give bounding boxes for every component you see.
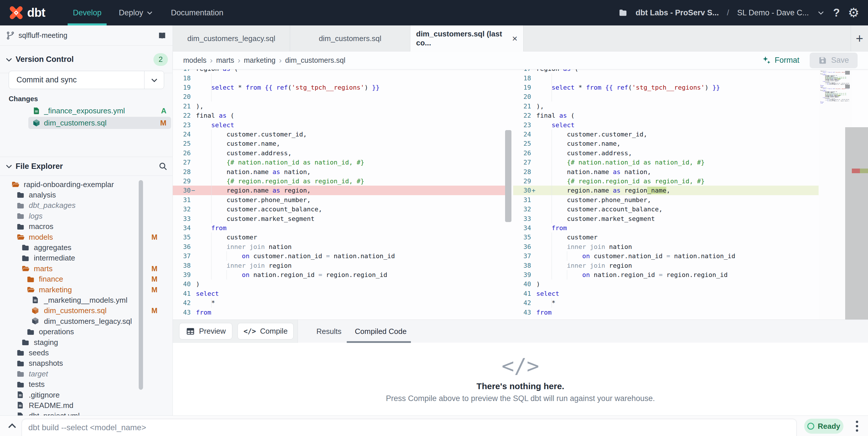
diff-pane-original[interactable]: 17region as (1819 select * from {{ ref('… xyxy=(173,69,505,319)
gear-icon[interactable]: ⚙ xyxy=(848,6,859,19)
commit-options-chevron[interactable] xyxy=(144,71,164,89)
folder-icon xyxy=(16,191,25,199)
tree-item-dbt-packages[interactable]: dbt_packages xyxy=(0,200,173,211)
tab-results[interactable]: Results xyxy=(316,320,342,343)
tab-dim-customers-legacy[interactable]: dim_customers_legacy.sql xyxy=(173,25,290,52)
left-pane-scrollbar[interactable] xyxy=(505,130,512,222)
code-line-29: 29 {# region.region_id as region_id, #} xyxy=(513,176,818,186)
breadcrumb-marketing[interactable]: marketing xyxy=(244,56,276,64)
breadcrumb-file[interactable]: dim_customers.sql xyxy=(285,56,345,64)
tree-item-snapshots[interactable]: snapshots xyxy=(0,358,173,369)
close-icon[interactable]: × xyxy=(512,33,518,44)
code-line-39: 39 on nation.region_id = region.region_i… xyxy=(173,270,505,280)
code-line-27: 27 {# nation.nation_id as nation_id, #} xyxy=(513,157,818,167)
minimap[interactable]: region as ( select * from {{ ref('stg_tp… xyxy=(818,69,852,319)
folder-icon xyxy=(16,212,25,220)
chevron-down-icon[interactable] xyxy=(817,9,825,17)
overview-ruler[interactable] xyxy=(852,69,868,319)
chevron-up-icon[interactable] xyxy=(6,420,18,432)
tree-item-finance[interactable]: financeM xyxy=(0,274,173,285)
diff-pane-modified[interactable]: 17region as (1819 select * from {{ ref('… xyxy=(513,69,818,319)
kebab-menu-icon[interactable] xyxy=(851,419,863,434)
code-line-17: 17region as ( xyxy=(513,69,818,74)
code-line-36: 36 inner join nation xyxy=(513,242,818,252)
folder-icon xyxy=(26,275,35,284)
project-name[interactable]: SL Demo - Dave C... xyxy=(737,8,809,17)
tree-item-models[interactable]: modelsM xyxy=(0,232,173,242)
code-line-19: 19 select * from {{ ref('stg_tpch__regio… xyxy=(173,83,505,92)
add-tab-button[interactable]: + xyxy=(851,25,868,52)
tree-item-analysis[interactable]: analysis xyxy=(0,190,173,200)
tab-dim-customers[interactable]: dim_customers.sql xyxy=(290,25,410,52)
folder-icon xyxy=(21,338,30,347)
preview-button[interactable]: Preview xyxy=(179,323,232,340)
tree-item-macros[interactable]: macros xyxy=(0,222,173,232)
code-line-38: 38 inner join region xyxy=(173,261,505,270)
code-line-30: 30− region.name as region, xyxy=(173,185,505,195)
breadcrumb-separator: › xyxy=(210,56,213,65)
save-button[interactable]: Save xyxy=(810,53,858,68)
folder-icon xyxy=(21,254,30,263)
tree-item-tests[interactable]: tests xyxy=(0,379,173,390)
breadcrumb-marts[interactable]: marts xyxy=(216,56,234,64)
help-icon[interactable]: ? xyxy=(833,7,840,18)
file-explorer-header[interactable]: File Explorer xyxy=(0,157,173,176)
code-line-37: 37 on customer.nation_id = nation.nation… xyxy=(173,251,505,261)
code-line-39: 39 on nation.region_id = region.region_i… xyxy=(513,270,818,280)
code-line-18: 18 xyxy=(173,74,505,83)
changed-file-finance-exposures[interactable]: _finance_exposures.yml A xyxy=(28,105,171,117)
command-input-card xyxy=(22,419,797,436)
command-input[interactable] xyxy=(28,419,780,436)
tree-item-dbt-project-yml[interactable]: dbt_project.yml xyxy=(0,411,173,415)
dbt-logo[interactable]: dbt xyxy=(0,0,45,25)
nav-develop[interactable]: Develop xyxy=(68,0,106,25)
tree-item-marketing[interactable]: marketingM xyxy=(0,285,173,295)
breadcrumb-separator: › xyxy=(238,56,240,65)
changed-file-dim-customers[interactable]: dim_customers.sql M xyxy=(28,117,171,129)
ide-status-badge[interactable]: Ready xyxy=(804,419,843,434)
nav-deploy[interactable]: Deploy xyxy=(114,0,159,25)
minimap-marker xyxy=(845,71,850,75)
tree-item-dim-customers-sql[interactable]: dim_customers.sqlM xyxy=(0,306,173,316)
dbt-ide: dbt Develop Deploy Documentation dbt xyxy=(0,0,868,436)
tree-item-intermediate[interactable]: intermediate xyxy=(0,253,173,263)
code-line-34: 34 from xyxy=(173,223,505,233)
code-line-37: 37 on customer.nation_id = nation.nation… xyxy=(513,251,818,261)
tree-item-rapid-onboarding-exemplar[interactable]: rapid-onboarding-exemplar xyxy=(0,179,173,190)
tab-compiled-code[interactable]: Compiled Code xyxy=(355,320,407,343)
format-button[interactable]: Format xyxy=(762,56,800,65)
tree-item-seeds[interactable]: seeds xyxy=(0,348,173,358)
code-line-24: 24 customer.customer_id, xyxy=(173,129,505,139)
tree-item--marketing-models-yml[interactable]: _marketing__models.yml xyxy=(0,295,173,305)
tree-item-marts[interactable]: martsM xyxy=(0,263,173,274)
tree-item-staging[interactable]: staging xyxy=(0,337,173,348)
tree-item-logs[interactable]: logs xyxy=(0,211,173,221)
breadcrumb-models[interactable]: models xyxy=(183,56,207,64)
branch-name[interactable]: sqlfluff-meeting xyxy=(19,31,157,39)
diff-editor[interactable]: 17region as (1819 select * from {{ ref('… xyxy=(173,69,868,319)
tree-item-dim-customers-legacy-sql[interactable]: dim_customers_legacy.sql xyxy=(0,316,173,326)
file-tree-scrollbar[interactable] xyxy=(139,180,143,390)
code-line-35: 35 customer xyxy=(513,232,818,242)
version-control-header[interactable]: Version Control 2 xyxy=(0,46,173,73)
nav-documentation[interactable]: Documentation xyxy=(165,0,228,25)
code-line-33: 33 customer.market_segment xyxy=(513,214,818,224)
code-line-42: 42 * xyxy=(173,298,505,308)
commit-and-sync-button[interactable]: Commit and sync xyxy=(9,71,164,89)
code-line-38: 38 inner join region xyxy=(513,261,818,270)
main-nav: Develop Deploy Documentation xyxy=(64,0,232,25)
tree-item-target[interactable]: target xyxy=(0,369,173,379)
tree-item-operations[interactable]: operations xyxy=(0,327,173,337)
folder-icon xyxy=(16,222,25,231)
tree-item--gitignore[interactable]: .gitignore xyxy=(0,390,173,400)
tree-item-aggregates[interactable]: aggregates xyxy=(0,242,173,253)
docs-book-icon[interactable] xyxy=(157,31,167,40)
account-name[interactable]: dbt Labs - ProServ S... xyxy=(636,8,719,17)
code-line-43: 43from xyxy=(513,308,818,317)
tab-dim-customers-diff[interactable]: dim_customers.sql (last co... × xyxy=(410,25,524,52)
tree-item-readme-md[interactable]: README.md xyxy=(0,400,173,411)
code-line-43: 43from xyxy=(173,308,505,317)
compile-button[interactable]: </> Compile xyxy=(238,323,293,340)
search-icon[interactable] xyxy=(158,161,168,171)
sidebar: sqlfluff-meeting Version Control 2 Commi… xyxy=(0,25,173,415)
